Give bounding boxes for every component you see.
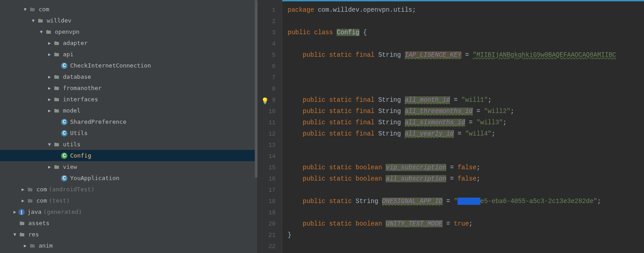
expand-arrow[interactable]: ▼ xyxy=(38,29,45,34)
line-number: 16 xyxy=(258,173,275,185)
expand-arrow[interactable]: ▼ xyxy=(11,232,18,237)
folder-icon xyxy=(53,40,60,47)
tree-label: java xyxy=(27,208,41,215)
code-editor[interactable]: 123456789💡10111213141516171819202122 pac… xyxy=(258,0,644,253)
tree-item-com[interactable]: ▼com xyxy=(0,4,257,15)
line-number: 4 xyxy=(258,38,275,50)
folder-icon xyxy=(18,220,26,227)
line-number: 5 xyxy=(258,50,275,61)
line-number: 3 xyxy=(258,27,275,38)
expand-arrow[interactable]: ▶ xyxy=(46,108,53,113)
line-number: 14 xyxy=(258,151,275,162)
tree-label: willdev xyxy=(47,17,71,24)
tree-label: model xyxy=(63,107,80,114)
tree-item-config[interactable]: CConfig xyxy=(0,150,257,161)
expand-arrow[interactable]: ▶ xyxy=(46,52,53,57)
expand-arrow[interactable]: ▶ xyxy=(19,198,27,203)
tree-label: res xyxy=(28,231,39,238)
tree-item-com[interactable]: ▶com(test) xyxy=(0,195,257,206)
expand-arrow[interactable]: ▶ xyxy=(46,97,53,102)
folder-icon xyxy=(27,197,34,204)
line-number: 15 xyxy=(258,162,275,173)
tree-label-suffix: (test) xyxy=(49,197,70,204)
expand-arrow[interactable]: ▶ xyxy=(46,86,53,90)
tree-item-com[interactable]: ▶com(androidTest) xyxy=(0,184,257,195)
tree-item-database[interactable]: ▶database xyxy=(0,71,257,82)
tree-label: Config xyxy=(70,152,91,159)
class-icon: C xyxy=(61,175,67,181)
tree-item-assets[interactable]: assets xyxy=(0,217,257,229)
tree-item-view[interactable]: ▶view xyxy=(0,161,257,172)
folder-icon xyxy=(45,28,52,36)
folder-icon xyxy=(37,17,44,24)
project-tree[interactable]: ▼com▼willdev▼openvpn▶adapter▶apiCCheckIn… xyxy=(0,0,258,253)
expand-arrow[interactable]: ▶ xyxy=(11,209,18,214)
tree-item-adapter[interactable]: ▶adapter xyxy=(0,37,257,49)
line-number: 21 xyxy=(258,230,275,241)
class-icon: C xyxy=(61,153,67,159)
tree-label: api xyxy=(63,51,73,58)
tree-label: interfaces xyxy=(63,96,98,103)
expand-arrow[interactable]: ▼ xyxy=(46,142,53,147)
line-number: 7 xyxy=(258,72,275,83)
tree-label: assets xyxy=(28,220,49,226)
tree-label: fromanother xyxy=(63,85,102,91)
folder-icon xyxy=(53,73,60,81)
folder-icon xyxy=(29,6,36,13)
tree-label-suffix: (generated) xyxy=(43,208,82,215)
tree-label: Utils xyxy=(70,130,88,136)
code-area[interactable]: package com.willdev.openvpn.utils; publi… xyxy=(282,0,644,253)
tree-item-sharedpreference[interactable]: CSharedPreference xyxy=(0,116,257,127)
line-number: 1 xyxy=(258,5,275,16)
tree-label: SharedPreference xyxy=(70,118,126,125)
tree-label: utils xyxy=(63,141,80,148)
tree-item-model[interactable]: ▶model xyxy=(0,105,257,116)
line-number: 12 xyxy=(258,128,275,140)
tree-item-utils[interactable]: ▼utils xyxy=(0,139,257,150)
line-number: 17 xyxy=(258,185,275,196)
tree-item-fromanother[interactable]: ▶fromanother xyxy=(0,82,257,94)
folder-icon xyxy=(53,51,60,58)
tree-item-java[interactable]: ▶jjava(generated) xyxy=(0,206,257,217)
tree-item-openvpn[interactable]: ▼openvpn xyxy=(0,26,257,37)
tree-item-anim[interactable]: ▶anim xyxy=(0,240,257,251)
tree-label: anim xyxy=(39,242,53,249)
class-icon: C xyxy=(61,119,67,125)
folder-icon xyxy=(18,231,26,238)
tree-item-api[interactable]: ▶api xyxy=(0,49,257,60)
folder-icon xyxy=(29,242,36,249)
expand-arrow[interactable]: ▼ xyxy=(22,7,29,12)
tree-label: com xyxy=(36,197,47,204)
expand-arrow[interactable]: ▼ xyxy=(30,18,37,23)
tree-item-youapplication[interactable]: CYouApplication xyxy=(0,172,257,184)
tree-item-utils[interactable]: CUtils xyxy=(0,127,257,139)
class-icon: C xyxy=(61,63,67,69)
tree-item-checkinternetconnection[interactable]: CCheckInternetConnection xyxy=(0,60,257,71)
line-number: 20 xyxy=(258,218,275,230)
line-number: 10 xyxy=(258,106,275,117)
folder-icon xyxy=(53,163,60,171)
line-number: 8 xyxy=(258,83,275,95)
tree-label: YouApplication xyxy=(70,175,120,181)
line-number: 2 xyxy=(258,16,275,27)
tree-label-suffix: (androidTest) xyxy=(49,186,94,193)
java-gen-icon: j xyxy=(18,209,25,215)
expand-arrow[interactable]: ▶ xyxy=(19,187,27,192)
line-number: 9💡 xyxy=(258,95,275,106)
folder-icon xyxy=(53,85,60,92)
line-number: 13 xyxy=(258,140,275,151)
line-number: 18 xyxy=(258,196,275,207)
expand-arrow[interactable]: ▶ xyxy=(22,243,29,248)
tree-item-interfaces[interactable]: ▶interfaces xyxy=(0,94,257,105)
tree-item-willdev[interactable]: ▼willdev xyxy=(0,15,257,26)
tree-item-res[interactable]: ▼res xyxy=(0,229,257,240)
line-number: 22 xyxy=(258,241,275,252)
tree-label: com xyxy=(36,186,47,193)
expand-arrow[interactable]: ▶ xyxy=(46,74,53,79)
expand-arrow[interactable]: ▶ xyxy=(46,164,53,169)
folder-icon xyxy=(27,186,34,193)
tree-label: database xyxy=(63,73,91,80)
line-number: 6 xyxy=(258,61,275,72)
expand-arrow[interactable]: ▶ xyxy=(46,41,53,45)
class-icon: C xyxy=(61,130,67,136)
